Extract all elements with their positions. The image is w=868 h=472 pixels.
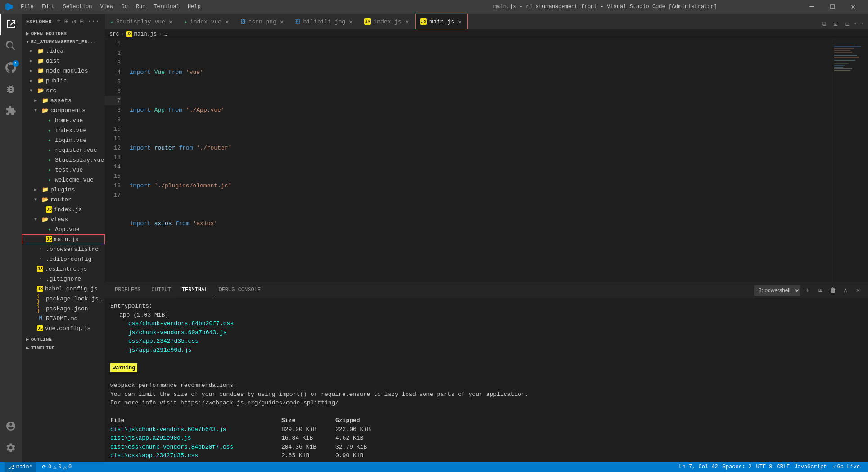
code-content[interactable]: import Vue from 'vue' import App from '.… xyxy=(125,39,832,282)
status-sync[interactable]: ⟳ 0 ⚠ 0 △ 0 xyxy=(40,462,74,472)
tree-eslintrc[interactable]: ▶ JS .eslintrc.js xyxy=(22,264,105,274)
menu-view[interactable]: View xyxy=(96,0,117,14)
tree-test-vue[interactable]: ▶ ✦ test.vue xyxy=(22,165,105,175)
status-spaces[interactable]: Spaces: 2 xyxy=(720,462,754,472)
spaces-label: Spaces: 2 xyxy=(723,464,752,470)
close-button[interactable]: ✕ xyxy=(843,0,863,14)
json-file-icon: { } xyxy=(37,295,44,302)
tree-browserslistrc[interactable]: ▶ · .browserslistrc xyxy=(22,244,105,254)
tree-package-lock[interactable]: ▶ { } package-lock.json xyxy=(22,294,105,304)
tree-babel-config[interactable]: ▶ JS babel.config.js xyxy=(22,284,105,294)
terminal-table-row-1: dist\js\chunk-vendors.60a7b643.js 829.00… xyxy=(110,425,863,434)
new-terminal-icon[interactable]: + xyxy=(802,285,813,296)
tab-close-icon[interactable]: ✕ xyxy=(457,17,462,27)
tree-vue-config[interactable]: ▶ JS vue.config.js xyxy=(22,323,105,333)
status-eol[interactable]: CRLF xyxy=(775,462,792,472)
menu-help[interactable]: Help xyxy=(184,0,204,14)
split-vertical-icon[interactable]: ⊡ xyxy=(830,18,841,29)
tree-node-modules[interactable]: ▶ 📁 node_modules xyxy=(22,66,105,76)
terminal-tab-terminal[interactable]: TERMINAL xyxy=(176,282,213,298)
tree-readme[interactable]: ▶ M README.md xyxy=(22,313,105,323)
kill-terminal-icon[interactable]: 🗑 xyxy=(827,285,838,296)
tab-main-js[interactable]: JS main.js ✕ xyxy=(415,14,468,29)
folder-icon: 📁 xyxy=(37,47,44,54)
status-branch[interactable]: ⎇ main* xyxy=(5,462,36,472)
tree-components[interactable]: ▼ 📂 components xyxy=(22,105,105,115)
menu-file[interactable]: File xyxy=(17,0,37,14)
activity-account[interactable] xyxy=(0,415,22,437)
new-file-icon[interactable]: + xyxy=(56,17,62,26)
tab-index-vue[interactable]: ✦ index.vue ✕ xyxy=(179,14,235,29)
tree-welcome-vue[interactable]: ▶ ✦ welcome.vue xyxy=(22,175,105,185)
terminal-tab-problems[interactable]: PROBLEMS xyxy=(109,282,146,298)
tree-editorconfig[interactable]: ▶ · .editorconfig xyxy=(22,254,105,264)
timeline-section[interactable]: ▶ TIMELINE xyxy=(22,344,105,352)
tree-plugins[interactable]: ▶ 📁 plugins xyxy=(22,185,105,195)
menu-edit[interactable]: Edit xyxy=(38,0,59,14)
tree-main-js[interactable]: ▶ JS main.js xyxy=(22,234,105,244)
refresh-icon[interactable]: ↺ xyxy=(71,17,77,26)
activity-extensions[interactable] xyxy=(0,100,22,122)
tree-app-vue[interactable]: ▶ ✦ App.vue xyxy=(22,224,105,234)
split-editor-icon[interactable]: ⧉ xyxy=(818,18,829,29)
tab-close-icon[interactable]: ✕ xyxy=(348,17,353,27)
split-terminal-icon[interactable]: ⊞ xyxy=(815,285,826,296)
close-terminal-icon[interactable]: ✕ xyxy=(853,285,863,296)
menu-terminal[interactable]: Terminal xyxy=(150,0,183,14)
tree-public[interactable]: ▶ 📁 public xyxy=(22,76,105,86)
tab-close-icon[interactable]: ✕ xyxy=(279,17,285,27)
breadcrumb: src › JS main.js › … xyxy=(105,29,868,39)
project-section[interactable]: ▼ RJ_STUMANAGEMENT_FR... xyxy=(22,38,105,46)
terminal-tab-output[interactable]: OUTPUT xyxy=(146,282,176,298)
menu-selection[interactable]: Selection xyxy=(59,0,96,14)
maximize-button[interactable]: □ xyxy=(822,0,843,14)
tree-login-vue[interactable]: ▶ ✦ login.vue xyxy=(22,135,105,145)
open-editors-section[interactable]: ▶ OPEN EDITORS xyxy=(22,29,105,38)
tree-views[interactable]: ▼ 📂 views xyxy=(22,214,105,224)
tree-package-json[interactable]: ▶ { } package.json xyxy=(22,304,105,313)
go-live-button[interactable]: ⚡ Go Live xyxy=(829,462,863,472)
tree-home-vue[interactable]: ▶ ✦ home.vue xyxy=(22,115,105,125)
editor-layout-icon[interactable]: ⊟ xyxy=(842,18,853,29)
tree-assets[interactable]: ▶ 📁 assets xyxy=(22,95,105,105)
tab-studisplay[interactable]: ✦ Studisplay.vue ✕ xyxy=(105,14,179,29)
activity-debug[interactable] xyxy=(0,78,22,100)
more-actions-icon[interactable]: ··· xyxy=(86,17,100,26)
tab-csdn[interactable]: 🖼 csdn.png ✕ xyxy=(235,14,290,29)
collapse-all-icon[interactable]: ⊟ xyxy=(79,17,85,26)
terminal-file2: js/chunk-vendors.60a7b643.js xyxy=(110,328,863,337)
tab-bilibili[interactable]: 🖼 bilibili.jpg ✕ xyxy=(290,14,359,29)
minimize-button[interactable]: ─ xyxy=(801,0,822,14)
status-encoding[interactable]: UTF-8 xyxy=(754,462,775,472)
status-ln-col[interactable]: Ln 7, Col 42 xyxy=(677,462,720,472)
outline-section[interactable]: ▶ OUTLINE xyxy=(22,335,105,344)
menu-run[interactable]: Run xyxy=(132,0,149,14)
status-language[interactable]: JavaScript xyxy=(792,462,829,472)
more-tabs-icon[interactable]: ··· xyxy=(854,18,864,29)
tree-studisplay-vue[interactable]: ▶ ✦ Studisplay.vue xyxy=(22,155,105,165)
terminal-tab-debug[interactable]: DEBUG CONSOLE xyxy=(213,282,266,298)
tree-src[interactable]: ▼ 📂 src xyxy=(22,86,105,95)
tab-close-icon[interactable]: ✕ xyxy=(404,17,410,27)
terminal-selector[interactable]: 3: powershell xyxy=(754,285,800,296)
tab-close-icon[interactable]: ✕ xyxy=(224,17,230,27)
tree-router-index-js[interactable]: ▶ JS index.js xyxy=(22,204,105,214)
tree-register-vue[interactable]: ▶ ✦ register.vue xyxy=(22,145,105,155)
tree-dist[interactable]: ▶ 📁 dist xyxy=(22,56,105,66)
activity-settings[interactable] xyxy=(0,437,22,458)
tree-gitignore[interactable]: ▶ · .gitignore xyxy=(22,274,105,284)
menu-go[interactable]: Go xyxy=(118,0,131,14)
activity-git[interactable]: 1 xyxy=(0,57,22,78)
tab-close-icon[interactable]: ✕ xyxy=(168,17,173,27)
tree-idea[interactable]: ▶ 📁 .idea xyxy=(22,46,105,56)
tab-index-js[interactable]: JS index.js ✕ xyxy=(359,14,415,29)
tree-router[interactable]: ▼ 📂 router xyxy=(22,195,105,204)
new-folder-icon[interactable]: ⊞ xyxy=(63,17,69,26)
maximize-terminal-icon[interactable]: ∧ xyxy=(840,285,851,296)
activity-search[interactable] xyxy=(0,35,22,57)
tab-label: Studisplay.vue xyxy=(116,18,165,25)
tree-index-vue[interactable]: ▶ ✦ index.vue xyxy=(22,125,105,135)
activity-explorer[interactable] xyxy=(0,14,22,35)
js-file-icon: JS xyxy=(37,325,43,331)
code-editor[interactable]: 1 2 3 4 5 6 7 8 9 10 11 12 13 14 15 16 1… xyxy=(105,39,868,282)
